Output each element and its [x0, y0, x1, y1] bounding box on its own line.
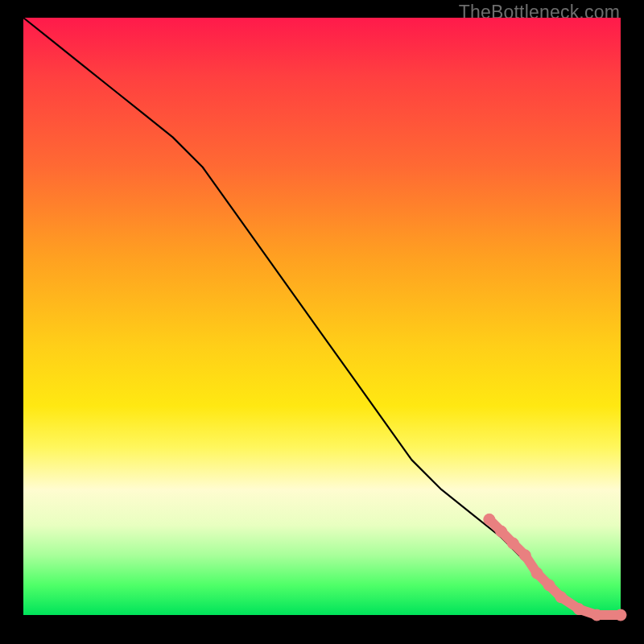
highlight-points: [484, 514, 626, 621]
chart-frame: TheBottleneck.com: [0, 0, 644, 644]
highlight-point: [573, 604, 584, 615]
highlight-point: [531, 568, 543, 579]
plot-area: [23, 18, 621, 615]
bottleneck-curve-line: [23, 18, 621, 615]
highlight-point: [496, 526, 507, 537]
chart-svg: [23, 18, 621, 615]
highlight-segments: [489, 519, 621, 615]
highlight-point: [591, 609, 602, 621]
highlight-point: [543, 580, 555, 591]
highlight-point: [484, 514, 495, 525]
highlight-point: [519, 550, 530, 561]
highlight-point: [507, 538, 518, 549]
highlight-point: [615, 609, 626, 621]
highlight-point: [555, 592, 567, 603]
